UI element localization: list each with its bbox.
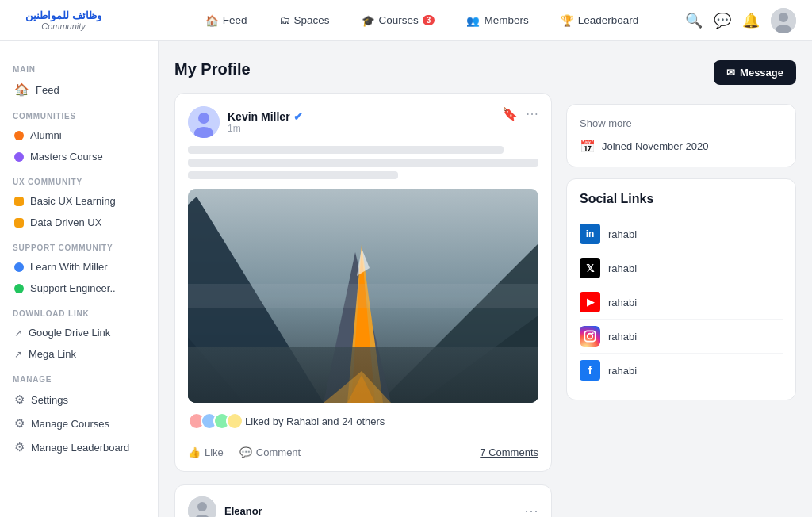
text-line-2 bbox=[188, 159, 538, 167]
like-avatars bbox=[188, 412, 239, 430]
sidebar-item-basic-ux[interactable]: Basic UX Learning bbox=[10, 191, 148, 211]
svg-rect-22 bbox=[584, 331, 595, 341]
social-link-twitter[interactable]: 𝕏 rahabi bbox=[580, 251, 783, 285]
post-time: 1m bbox=[228, 123, 303, 134]
post-actions[interactable]: 🔖 ⋯ bbox=[502, 106, 538, 121]
youtube-icon: ▶ bbox=[580, 292, 600, 312]
alumni-dot bbox=[14, 131, 24, 140]
page-title: My Profile bbox=[174, 60, 552, 79]
sidebar-item-learn-miller[interactable]: Learn With Miller bbox=[10, 257, 148, 277]
post-likes: Liked by Rahabi and 24 others bbox=[188, 412, 538, 430]
right-column: ✉ Message Show more 📅 Joined November 20… bbox=[566, 60, 796, 517]
sidebar-item-manage-leaderboard[interactable]: ⚙ Manage Leaderboard bbox=[10, 436, 148, 458]
bookmark-icon[interactable]: 🔖 bbox=[502, 106, 518, 121]
sidebar-item-mega[interactable]: ↗ Mega Link bbox=[10, 344, 148, 364]
arrow-icon-mega: ↗ bbox=[14, 349, 22, 360]
facebook-icon: f bbox=[580, 360, 600, 381]
comment-author-info: Eleanor bbox=[188, 496, 262, 517]
chat-button[interactable]: 💬 bbox=[714, 12, 731, 29]
post-author-info: Kevin Miller ✔ 1m bbox=[188, 106, 303, 138]
comment-count[interactable]: 7 Comments bbox=[480, 446, 538, 458]
sidebar-item-gdrive[interactable]: ↗ Google Drive Link bbox=[10, 323, 148, 343]
nav-members[interactable]: 👥 Members bbox=[462, 11, 533, 30]
post-footer-actions: 👍 Like 💬 Comment bbox=[188, 446, 301, 458]
post-image bbox=[188, 189, 538, 403]
sidebar-section-manage: MANAGE bbox=[13, 375, 148, 384]
post-footer: 👍 Like 💬 Comment 7 Comments bbox=[188, 438, 538, 458]
sidebar-item-feed[interactable]: 🏠 Feed bbox=[10, 79, 148, 101]
text-line-3 bbox=[188, 171, 398, 179]
social-link-facebook[interactable]: f rahabi bbox=[580, 354, 783, 387]
topnav: وظائف للمواطنين Community 🏠 Feed 🗂 Space… bbox=[0, 0, 812, 41]
twitter-icon: 𝕏 bbox=[580, 258, 600, 278]
learn-miller-dot bbox=[14, 262, 24, 272]
post-header: Kevin Miller ✔ 1m 🔖 ⋯ bbox=[188, 106, 538, 138]
sidebar-section-download: DOWNLOAD LINK bbox=[13, 309, 148, 318]
svg-point-23 bbox=[588, 334, 593, 339]
post-card: Kevin Miller ✔ 1m 🔖 ⋯ bbox=[174, 93, 552, 472]
more-options-icon[interactable]: ⋯ bbox=[526, 106, 538, 121]
logo-sub: Community bbox=[41, 21, 86, 31]
social-link-youtube[interactable]: ▶ rahabi bbox=[580, 285, 783, 319]
text-line-1 bbox=[188, 146, 504, 154]
like-avatar-4 bbox=[226, 412, 243, 430]
show-more-link[interactable]: Show more bbox=[580, 117, 783, 129]
sidebar-item-manage-courses[interactable]: ⚙ Manage Courses bbox=[10, 412, 148, 435]
logo[interactable]: وظائف للمواطنين Community bbox=[16, 6, 159, 36]
linkedin-icon: in bbox=[580, 224, 600, 244]
comment-button[interactable]: 💬 Comment bbox=[239, 446, 301, 458]
svg-point-4 bbox=[198, 113, 209, 124]
courses-icon: 🎓 bbox=[362, 14, 375, 27]
sidebar-item-alumni[interactable]: Alumni bbox=[10, 125, 148, 145]
masters-dot bbox=[14, 152, 24, 162]
layout: MAIN 🏠 Feed COMMUNITIES Alumni Masters C… bbox=[0, 0, 812, 517]
topnav-center: 🏠 Feed 🗂 Spaces 🎓 Courses 3 👥 Members 🏆 … bbox=[159, 11, 685, 30]
social-link-instagram[interactable]: rahabi bbox=[580, 320, 783, 353]
manage-courses-icon: ⚙ bbox=[14, 416, 25, 431]
message-icon: ✉ bbox=[726, 67, 735, 79]
nav-courses[interactable]: 🎓 Courses 3 bbox=[357, 11, 440, 30]
svg-point-1 bbox=[779, 13, 788, 22]
comment-icon: 💬 bbox=[239, 446, 252, 458]
svg-point-20 bbox=[197, 502, 207, 511]
social-link-linkedin[interactable]: in rahabi bbox=[580, 217, 783, 251]
social-links-card: Social Links in rahabi 𝕏 rahabi ▶ rahabi bbox=[566, 178, 796, 400]
basic-ux-dot bbox=[14, 197, 24, 206]
sidebar-item-data-ux[interactable]: Data Driven UX bbox=[10, 213, 148, 232]
joined-card: Show more 📅 Joined November 2020 bbox=[566, 104, 796, 167]
members-icon: 👥 bbox=[466, 14, 480, 27]
sidebar-section-ux: UX COMMUNITY bbox=[13, 178, 148, 186]
post-author-name: Kevin Miller ✔ bbox=[228, 110, 303, 123]
sidebar-item-settings[interactable]: ⚙ Settings bbox=[10, 389, 148, 411]
settings-icon: ⚙ bbox=[14, 393, 25, 407]
sidebar-item-support-eng[interactable]: Support Engineer.. bbox=[10, 278, 148, 298]
user-avatar[interactable] bbox=[771, 8, 796, 33]
joined-info: 📅 Joined November 2020 bbox=[580, 139, 783, 154]
like-button[interactable]: 👍 Like bbox=[188, 446, 224, 458]
nav-leaderboard[interactable]: 🏆 Leaderboard bbox=[556, 11, 644, 30]
sidebar: MAIN 🏠 Feed COMMUNITIES Alumni Masters C… bbox=[0, 41, 159, 517]
comment-avatar bbox=[188, 496, 216, 517]
message-button[interactable]: ✉ Message bbox=[714, 60, 796, 85]
comment-author-name: Eleanor bbox=[224, 505, 262, 517]
search-button[interactable]: 🔍 bbox=[685, 12, 703, 29]
house-icon: 🏠 bbox=[14, 82, 29, 97]
svg-rect-18 bbox=[188, 284, 538, 308]
sidebar-section-support: SUPPORT COMMUNITY bbox=[13, 243, 148, 252]
center-column: My Profile Kev bbox=[174, 60, 552, 517]
thumbs-up-icon: 👍 bbox=[188, 446, 201, 458]
post-text-lines bbox=[188, 146, 538, 179]
nav-spaces[interactable]: 🗂 Spaces bbox=[274, 11, 335, 29]
comment-more-options[interactable]: ⋯ bbox=[524, 502, 538, 517]
topnav-right: 🔍 💬 🔔 bbox=[685, 8, 796, 33]
post-author-avatar bbox=[188, 106, 220, 138]
notifications-button[interactable]: 🔔 bbox=[742, 12, 760, 29]
comment-row: Eleanor ⋯ bbox=[174, 484, 552, 517]
nav-feed[interactable]: 🏠 Feed bbox=[201, 11, 252, 30]
social-links-title: Social Links bbox=[580, 192, 783, 206]
courses-badge: 3 bbox=[423, 15, 435, 25]
logo-arabic: وظائف للمواطنين bbox=[25, 10, 102, 21]
sidebar-item-masters[interactable]: Masters Course bbox=[10, 147, 148, 167]
support-eng-dot bbox=[14, 284, 24, 293]
sidebar-section-communities: COMMUNITIES bbox=[13, 112, 148, 121]
